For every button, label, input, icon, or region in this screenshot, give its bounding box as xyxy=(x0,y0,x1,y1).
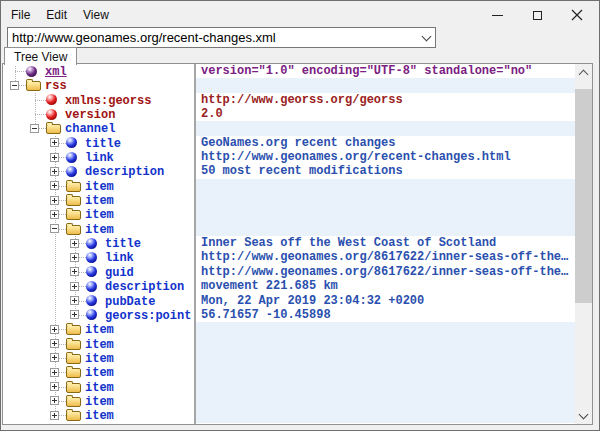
expand-plus-icon[interactable] xyxy=(70,239,79,248)
minimize-button[interactable] xyxy=(477,1,517,29)
expand-plus-icon[interactable] xyxy=(70,310,79,319)
expand-plus-icon[interactable] xyxy=(50,353,59,362)
collapse-minus-icon[interactable] xyxy=(50,224,59,233)
expand-plus-icon[interactable] xyxy=(50,196,59,205)
vertical-scrollbar[interactable] xyxy=(575,64,592,424)
ball-red-icon xyxy=(46,94,57,105)
value-row[interactable] xyxy=(196,337,575,351)
folder-icon xyxy=(66,325,81,335)
expand-plus-icon[interactable] xyxy=(50,396,59,405)
value-row[interactable]: http://www.geonames.org/recent-changes.h… xyxy=(196,150,575,164)
collapse-minus-icon[interactable] xyxy=(10,81,19,90)
value-row[interactable] xyxy=(196,222,575,236)
value-row[interactable]: 56.71657 -10.45898 xyxy=(196,308,575,322)
tree-node-link[interactable]: link xyxy=(3,150,194,164)
expand-plus-icon[interactable] xyxy=(50,210,59,219)
tree-node-label: georss:point xyxy=(105,309,191,323)
close-button[interactable] xyxy=(557,1,597,29)
menu-file[interactable]: File xyxy=(3,5,38,25)
tree-node-label: pubDate xyxy=(105,295,155,309)
value-row[interactable]: http://www.georss.org/georss xyxy=(196,93,575,107)
expand-plus-icon[interactable] xyxy=(70,296,79,305)
expand-plus-icon[interactable] xyxy=(50,153,59,162)
expand-plus-icon[interactable] xyxy=(70,267,79,276)
tree-node-item[interactable]: item xyxy=(3,351,194,365)
tree-node-guid[interactable]: guid xyxy=(3,265,194,279)
value-row[interactable]: http://www.geonames.org/8617622/inner-se… xyxy=(196,265,575,279)
expand-plus-icon[interactable] xyxy=(50,181,59,190)
value-row[interactable] xyxy=(196,78,575,92)
tree-node-item[interactable]: item xyxy=(3,365,194,379)
tab-tree-view[interactable]: Tree View xyxy=(4,47,77,65)
scroll-up-button[interactable] xyxy=(575,64,592,81)
tree-node-link[interactable]: link xyxy=(3,250,194,264)
tree-node-channel[interactable]: channel xyxy=(3,121,194,135)
value-row[interactable] xyxy=(196,322,575,336)
tree-node-title[interactable]: title xyxy=(3,136,194,150)
tree-node-item[interactable]: item xyxy=(3,193,194,207)
value-row[interactable] xyxy=(196,380,575,394)
tree-node-item[interactable]: item xyxy=(3,408,194,422)
tree-node-item[interactable]: item xyxy=(3,222,194,236)
tree-node-item[interactable]: item xyxy=(3,179,194,193)
tree-node-description[interactable]: description xyxy=(3,164,194,178)
tree-node-item[interactable]: item xyxy=(3,322,194,336)
value-row[interactable]: http://www.geonames.org/8617622/inner-se… xyxy=(196,250,575,264)
tree-node-georss:point[interactable]: georss:point xyxy=(3,308,194,322)
value-row[interactable]: Inner Seas off the West Coast of Scotlan… xyxy=(196,236,575,250)
tree-node-item[interactable]: item xyxy=(3,207,194,221)
tree-node-version[interactable]: version xyxy=(3,107,194,121)
url-input[interactable] xyxy=(8,30,417,45)
expand-plus-icon[interactable] xyxy=(50,339,59,348)
value-row[interactable] xyxy=(196,351,575,365)
tree-node-pubDate[interactable]: pubDate xyxy=(3,294,194,308)
scrollbar-thumb[interactable] xyxy=(575,89,592,303)
expand-plus-icon[interactable] xyxy=(70,282,79,291)
value-row[interactable]: 2.0 xyxy=(196,107,575,121)
value-row[interactable] xyxy=(196,365,575,379)
value-row[interactable]: movement 221.685 km xyxy=(196,279,575,293)
value-row[interactable] xyxy=(196,394,575,408)
value-row[interactable]: 50 most recent modifications xyxy=(196,164,575,178)
expand-plus-icon[interactable] xyxy=(50,411,59,420)
tree-node-item[interactable]: item xyxy=(3,337,194,351)
folder-icon xyxy=(66,411,81,421)
value-row[interactable] xyxy=(196,207,575,221)
chevron-down-icon xyxy=(579,409,589,419)
scrollbar-track[interactable] xyxy=(575,81,592,407)
expand-plus-icon[interactable] xyxy=(70,253,79,262)
tree-node-item[interactable]: item xyxy=(3,394,194,408)
ball-blue-icon xyxy=(86,238,97,249)
expand-plus-icon[interactable] xyxy=(50,167,59,176)
menu-edit[interactable]: Edit xyxy=(38,5,75,25)
tree-node-xml[interactable]: xml xyxy=(3,64,194,78)
tree-node-label: item xyxy=(85,381,114,395)
value-row[interactable]: Mon, 22 Apr 2019 23:04:32 +0200 xyxy=(196,294,575,308)
value-row[interactable] xyxy=(196,121,575,135)
ball-blue-icon xyxy=(86,295,97,306)
tree-node-label: item xyxy=(85,338,114,352)
scroll-down-button[interactable] xyxy=(575,407,592,424)
maximize-icon xyxy=(533,11,542,20)
value-row[interactable] xyxy=(196,193,575,207)
tree-node-title[interactable]: title xyxy=(3,236,194,250)
maximize-button[interactable] xyxy=(517,1,557,29)
url-dropdown-button[interactable] xyxy=(417,28,435,47)
expand-plus-icon[interactable] xyxy=(50,382,59,391)
ball-blue-icon xyxy=(86,266,97,277)
expand-plus-icon[interactable] xyxy=(50,368,59,377)
expand-plus-icon[interactable] xyxy=(50,325,59,334)
value-row[interactable] xyxy=(196,179,575,193)
value-row[interactable]: version="1.0" encoding="UTF-8" standalon… xyxy=(196,64,575,78)
tree-node-rss[interactable]: rss xyxy=(3,78,194,92)
value-row[interactable] xyxy=(196,408,575,422)
expand-plus-icon[interactable] xyxy=(50,138,59,147)
tree-node-description[interactable]: description xyxy=(3,279,194,293)
tree-node-xmlns:georss[interactable]: xmlns:georss xyxy=(3,93,194,107)
value-row[interactable]: GeoNames.org recent changes xyxy=(196,136,575,150)
collapse-minus-icon[interactable] xyxy=(30,124,39,133)
tree-node-item[interactable]: item xyxy=(3,380,194,394)
ball-blue-icon xyxy=(66,137,77,148)
tree-node-label: item xyxy=(85,352,114,366)
menu-view[interactable]: View xyxy=(75,5,117,25)
